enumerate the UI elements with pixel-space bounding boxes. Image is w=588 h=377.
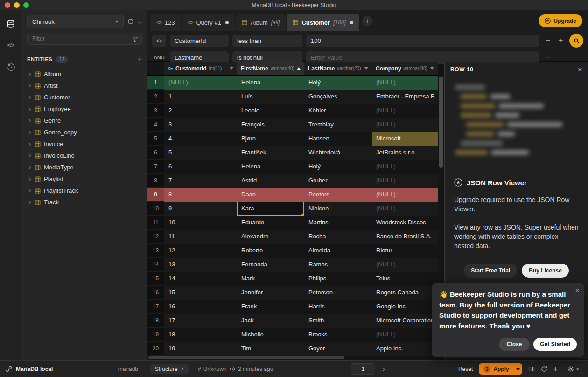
tab-query-1[interactable]: <>Query #1 (182, 14, 235, 31)
grid-cell[interactable]: 7 (164, 174, 237, 188)
sidebar-item-track[interactable]: Track (27, 196, 142, 208)
tab-album[interactable]: Album[all] (236, 14, 286, 31)
grid-cell[interactable]: (NULL) (372, 76, 438, 90)
grid-cell[interactable]: Gonçalves (304, 90, 372, 104)
upgrade-button[interactable]: Upgrade (539, 14, 582, 27)
grid-cell[interactable]: 2 (164, 104, 237, 118)
grid-cell[interactable]: Rocha (304, 230, 372, 244)
refresh-tables-icon[interactable] (127, 18, 134, 25)
row-number[interactable]: 15 (147, 272, 164, 286)
apply-button[interactable]: 3 Apply (479, 363, 513, 375)
table-row[interactable]: 1615JenniferPetersonRogers Canada (147, 286, 438, 300)
grid-cell[interactable]: (NULL) (164, 76, 237, 90)
grid-cell[interactable]: Ramos (304, 258, 372, 272)
remove-filter-button[interactable]: − (543, 53, 553, 62)
grid-cell[interactable]: 14 (164, 272, 237, 286)
grid-cell[interactable]: Luís (237, 90, 304, 104)
grid-cell[interactable]: Helena (237, 160, 304, 174)
grid-cell[interactable]: 12 (164, 244, 237, 258)
grid-cell[interactable]: 8 (164, 188, 237, 202)
grid-cell[interactable]: Fernanda (237, 258, 304, 272)
row-number[interactable]: 13 (147, 244, 164, 258)
row-number[interactable]: 3 (147, 104, 164, 118)
table-row[interactable]: 32LeonieKöhler(NULL) (147, 104, 438, 118)
zoom-window-button[interactable] (23, 2, 29, 8)
grid-cell[interactable]: Peterson (304, 286, 372, 300)
row-number[interactable]: 17 (147, 300, 164, 314)
next-page-button[interactable]: › (383, 365, 385, 373)
sidebar-item-playlist[interactable]: Playlist (27, 173, 142, 185)
sidebar-item-artist[interactable]: Artist (27, 80, 142, 91)
table-row[interactable]: 1413FernandaRamos(NULL) (147, 258, 438, 272)
row-number[interactable]: 1 (147, 76, 164, 90)
table-row[interactable]: 98DaanPeeters(NULL) (147, 188, 438, 202)
grid-cell[interactable]: Astrid (237, 174, 304, 188)
sidebar-item-invoiceline[interactable]: InvoiceLine (27, 150, 142, 161)
table-row[interactable]: 1817JackSmithMicrosoft Corporation (147, 314, 438, 328)
row-number[interactable]: 7 (147, 160, 164, 174)
grid-cell[interactable]: Michelle (237, 328, 304, 342)
row-number[interactable]: 4 (147, 118, 164, 132)
connections-icon[interactable] (6, 19, 15, 29)
grid-cell[interactable]: Peeters (304, 188, 372, 202)
grid-cell[interactable]: 6 (164, 160, 237, 174)
sidebar-item-playlisttrack[interactable]: PlaylistTrack (27, 185, 142, 196)
grid-cell[interactable]: (NULL) (372, 160, 438, 174)
refresh-table-icon[interactable] (541, 366, 547, 372)
buy-license-button[interactable]: Buy License (522, 264, 569, 278)
grid-cell[interactable]: Holý (304, 76, 372, 90)
grid-cell[interactable]: Riotur (372, 244, 438, 258)
grid-cell[interactable]: 10 (164, 216, 237, 230)
grid-cell[interactable]: Frank (237, 300, 304, 314)
grid-cell[interactable]: Apple Inc. (372, 342, 438, 356)
row-number[interactable]: 11 (147, 216, 164, 230)
minimize-window-button[interactable] (14, 2, 20, 8)
grid-cell[interactable]: Mark (237, 272, 304, 286)
table-row[interactable]: 1918MichelleBrooks(NULL) (147, 328, 438, 342)
tab-customer[interactable]: Customer[100] (287, 14, 359, 31)
add-entity-button[interactable]: + (138, 55, 142, 63)
table-row[interactable]: 43FrançoisTremblay(NULL) (147, 118, 438, 132)
grid-cell[interactable]: Goyer (304, 342, 372, 356)
grid-cell[interactable]: (NULL) (372, 104, 438, 118)
row-number[interactable]: 20 (147, 342, 164, 356)
grid-cell[interactable]: Daan (237, 188, 304, 202)
grid-cell[interactable]: Wichterlová (304, 146, 372, 160)
grid-cell[interactable]: Köhler (304, 104, 372, 118)
grid-cell[interactable]: Philips (304, 272, 372, 286)
grid-cell[interactable]: Alexandre (237, 230, 304, 244)
grid-corner[interactable] (147, 62, 164, 75)
grid-cell[interactable]: Gruber (304, 174, 372, 188)
reset-button[interactable]: Reset (458, 366, 473, 372)
table-row[interactable]: 2019TimGoyerApple Inc. (147, 342, 438, 356)
sidebar-item-invoice[interactable]: Invoice (27, 138, 142, 150)
grid-cell[interactable]: (NULL) (372, 188, 438, 202)
toast-close-button[interactable]: Close (499, 338, 530, 351)
connection-select[interactable]: Chinook (27, 15, 124, 28)
grid-cell[interactable]: 13 (164, 258, 237, 272)
grid-cell[interactable]: Embraer - Empresa B... (372, 90, 438, 104)
row-number[interactable]: 19 (147, 328, 164, 342)
table-row[interactable]: 1716FrankHarrisGoogle Inc. (147, 300, 438, 314)
grid-cell[interactable]: (NULL) (372, 118, 438, 132)
grid-cell[interactable]: 16 (164, 300, 237, 314)
grid-cell[interactable]: Eduardo (237, 216, 304, 230)
table-row[interactable]: 87AstridGruber(NULL) (147, 174, 438, 188)
toggle-columns-icon[interactable] (528, 366, 535, 372)
sidebar-item-customer[interactable]: Customer (27, 91, 142, 103)
table-row[interactable]: 54BjørnHansenMicrosoft (147, 132, 438, 146)
remove-filter-button[interactable]: − (543, 36, 553, 45)
column-header-company[interactable]: Companyvarchar(80) (372, 62, 438, 75)
grid-cell[interactable]: Brooks (304, 328, 372, 342)
row-number[interactable]: 18 (147, 314, 164, 328)
table-row[interactable]: 1312RobertoAlmeidaRiotur (147, 244, 438, 258)
column-header-customerid[interactable]: CustomerIdint(11) (164, 62, 237, 75)
grid-cell[interactable]: Almeida (304, 244, 372, 258)
column-header-firstname[interactable]: FirstNamevarchar(40) (237, 62, 304, 75)
history-icon[interactable] (7, 62, 15, 72)
row-number[interactable]: 9 (147, 188, 164, 202)
sidebar-item-mediatype[interactable]: MediaType (27, 161, 142, 173)
grid-cell[interactable]: 9 (164, 202, 237, 216)
grid-cell[interactable]: Roberto (237, 244, 304, 258)
filter-operator-select[interactable]: less than (232, 35, 302, 47)
